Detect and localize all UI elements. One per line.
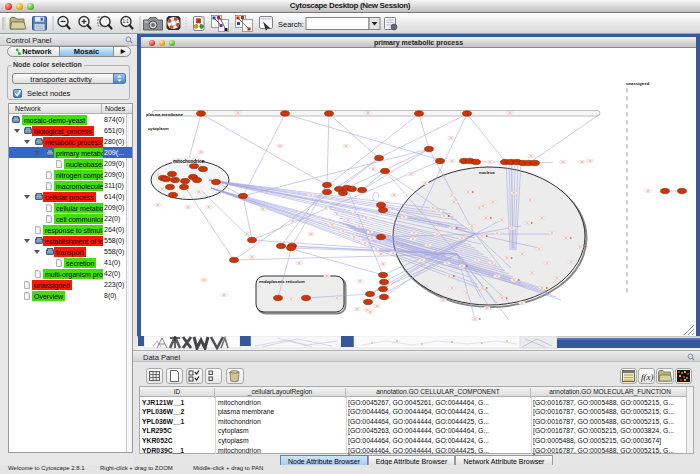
svg-text:nucleus: nucleus [479,170,495,175]
svg-text:Search:: Search: [278,20,304,29]
svg-text:unassigned: unassigned [626,81,650,86]
svg-text:f(x): f(x) [641,372,654,382]
svg-text:plasma membrane: plasma membrane [146,112,183,117]
svg-text:cytoplasm: cytoplasm [148,126,169,131]
svg-text:mitochondrion: mitochondrion [173,159,205,164]
svg-text:1:1: 1:1 [123,19,130,24]
